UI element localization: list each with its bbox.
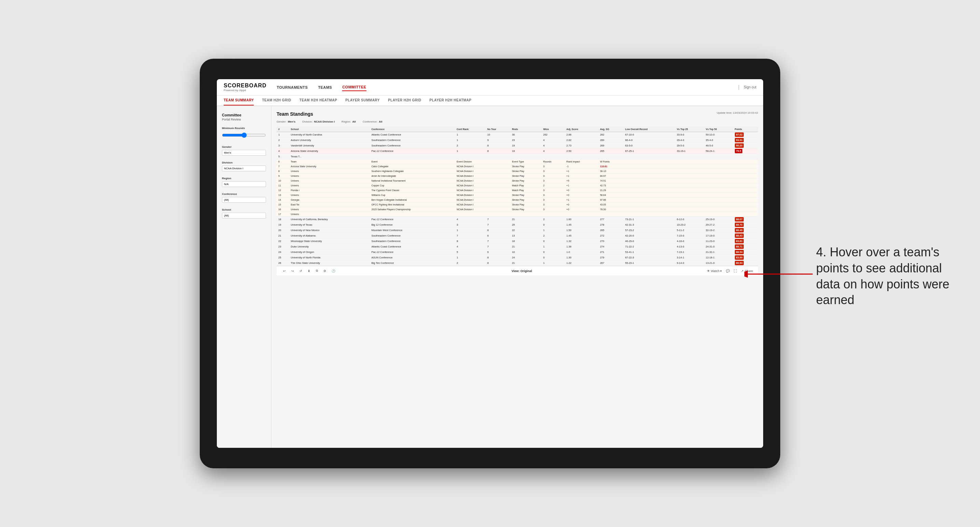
gender-select[interactable]: Men's [222,150,266,156]
col-rnds: Rnds [510,127,541,132]
main-content: Committee Portal Review Minimum Rounds G… [217,106,763,448]
annotation-text: 4. Hover over a team's points to see add… [816,244,953,308]
fullscreen-button[interactable]: ⛶ [734,269,737,273]
table-row: 22 Mississippi State University Southeas… [277,238,758,244]
filter-conference: Conference: All [363,120,382,123]
view-selector[interactable]: View: Original [512,269,532,273]
division-select[interactable]: NCAA Division I [222,165,266,171]
content-area: Team Standings Update time: 13/03/2024 1… [272,106,763,448]
col-vs50: Vs Top 50 [704,127,733,132]
content-header: Team Standings Update time: 13/03/2024 1… [277,111,758,117]
nav-committee[interactable]: COMMITTEE [342,84,366,91]
sidebar-gender: Gender Men's [222,145,266,156]
standings-table: # School Conference Conf Rank No Tour Rn… [277,127,758,266]
expanded-header-row: 6 Team Event Event Division Event Type R… [277,159,758,164]
expanded-row: 9 Univers Amer Ari Intercollegiate NCAA … [277,174,758,178]
comment-button[interactable]: 💬 [726,269,730,273]
undo-button[interactable]: ↩ [282,268,287,273]
sidebar-division: Division NCAA Division I [222,161,266,171]
table-row: 21 University of Alabama Southeastern Co… [277,233,758,238]
tablet-frame: SCOREBOARD Powered by clippd TOURNAMENTS… [200,59,780,468]
table-row: 25 University of North Florida ASUN Conf… [277,255,758,260]
tab-player-h2h-heatmap[interactable]: PLAYER H2H HEATMAP [430,95,472,105]
nav-tournaments[interactable]: TOURNAMENTS [277,84,308,91]
sub-nav: TEAM SUMMARY TEAM H2H GRID TEAM H2H HEAT… [217,95,763,106]
division-label: Division [222,161,266,164]
table-row-highlighted: 4 Arizona State University Pac-12 Confer… [277,148,758,154]
tab-player-summary[interactable]: PLAYER SUMMARY [345,95,380,105]
clock-icon: 🕐 [330,268,337,273]
col-conf-rank: Conf Rank [455,127,485,132]
col-avg-sg: Avg. SG [598,127,624,132]
view-label: View: Original [512,269,532,273]
watch-button[interactable]: 👁 Watch ▾ [707,269,722,273]
sidebar-title: Committee [222,113,266,117]
table-row: 23 Duke University Atlantic Coast Confer… [277,244,758,249]
sidebar-title-section: Committee Portal Review [222,113,266,121]
annotation-arrow [745,264,813,284]
col-low-sg: Low Overall Record [624,127,675,132]
school-select[interactable]: (All) [222,213,266,219]
filter-gender: Gender: Men's [277,120,295,123]
app-logo: SCOREBOARD [224,83,267,89]
expanded-row: 11 Univers Copper Cup NCAA Division I Ma… [277,183,758,188]
table-row: 19 University of Texas Big 12 Conference… [277,222,758,228]
expanded-row: 8 Univers Southern Highlands Collegiate … [277,169,758,174]
conference-select[interactable]: (All) [222,197,266,203]
region-label: Region [222,177,266,180]
sidebar-subtitle: Portal Review [222,118,266,121]
expanded-row: 7 Arizona State University Cabo Collegia… [277,164,758,169]
col-no-tour: No Tour [485,127,510,132]
table-row: 3 Vanderbilt University Southeastern Con… [277,143,758,148]
download-button[interactable]: ⬇ [306,268,312,273]
settings-button[interactable]: ⚙ [322,268,328,273]
sidebar-school: School (All) [222,208,266,219]
tab-player-h2h-grid[interactable]: PLAYER H2H GRID [388,95,422,105]
col-vs25: Vs Top 25 [675,127,704,132]
tab-team-h2h-heatmap[interactable]: TEAM H2H HEATMAP [299,95,337,105]
col-adj-score: Adj. Score [565,127,598,132]
gender-label: Gender [222,145,266,148]
table-row: 5 Texas T... [277,154,758,159]
expanded-row: 15 East Tei OFCC Fighting Illini Invitat… [277,202,758,207]
table-row: 24 University of Oregon Pac-12 Conferenc… [277,249,758,255]
expanded-row: 16 Univers 2023 Sahalee Players Champion… [277,207,758,212]
sidebar-min-rounds: Minimum Rounds [222,127,266,140]
tablet-screen: SCOREBOARD Powered by clippd TOURNAMENTS… [217,79,763,448]
app-header: SCOREBOARD Powered by clippd TOURNAMENTS… [217,79,763,95]
region-select[interactable]: N/A [222,181,266,187]
filter-region: Region: All [342,120,356,123]
col-wins: Wins [542,127,565,132]
min-rounds-slider[interactable] [222,131,266,139]
tab-team-summary[interactable]: TEAM SUMMARY [224,95,254,105]
school-label: School [222,208,266,211]
app-logo-sub: Powered by clippd [224,89,246,92]
min-rounds-label: Minimum Rounds [222,127,266,130]
refresh-button[interactable]: ↺ [298,268,304,273]
col-school: School [289,127,370,132]
table-row: 18 University of California, Berkeley Pa… [277,217,758,222]
content-title: Team Standings [277,111,313,117]
expanded-row: 12 Florida I The Cypress Point Classic N… [277,188,758,193]
table-row: 26 The Ohio State University Big Ten Con… [277,260,758,266]
sidebar-region: Region N/A [222,177,266,187]
expanded-row: 14 Georgia Ben Hogan Collegiate Invitati… [277,198,758,202]
sidebar-conference: Conference (All) [222,192,266,203]
table-row: 2 Auburn University Southeastern Confere… [277,138,758,143]
sidebar: Committee Portal Review Minimum Rounds G… [217,106,272,448]
header-divider [738,85,739,90]
redo-button[interactable]: ↪ [290,268,295,273]
copy-button[interactable]: ⧉ [315,268,319,273]
conference-label: Conference [222,192,266,195]
filter-row: Gender: Men's Division: NCAA Division I … [277,120,758,123]
tab-team-h2h-grid[interactable]: TEAM H2H GRID [262,95,291,105]
main-nav: TOURNAMENTS TEAMS COMMITTEE [277,84,366,91]
sign-out-button[interactable]: Sign out [744,85,756,89]
expanded-row: 13 Univers Williams Cup NCAA Division I … [277,193,758,198]
col-points: Points [733,127,758,132]
update-time: Update time: 13/03/2024 10:03:42 [717,111,758,114]
nav-teams[interactable]: TEAMS [318,84,332,91]
expanded-row: 17 Univers [277,212,758,217]
bottom-toolbar: ↩ ↪ ↺ ⬇ ⧉ ⚙ 🕐 View: Original 👁 Watch ▾ 💬 [277,266,758,275]
table-row: 1 University of North Carolina Atlantic … [277,132,758,138]
